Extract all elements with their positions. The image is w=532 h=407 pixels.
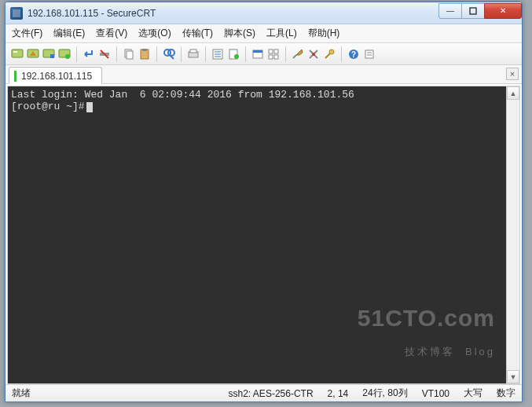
menu-script[interactable]: 脚本(S) <box>224 27 255 40</box>
svg-rect-27 <box>269 50 273 53</box>
tool-log-icon[interactable] <box>226 47 240 61</box>
scroll-down-button[interactable]: ▼ <box>507 370 519 383</box>
session-tab[interactable]: 192.168.101.115 <box>9 67 102 84</box>
vertical-scrollbar[interactable]: ▲ ▼ <box>506 86 519 383</box>
tool-options-icon[interactable] <box>306 47 321 61</box>
close-button[interactable]: ✕ <box>484 3 522 19</box>
tool-help-icon[interactable]: ? <box>347 47 361 61</box>
window-controls: — ✕ <box>439 3 522 19</box>
toolbar-separator <box>76 46 77 62</box>
tab-active-indicator <box>14 71 17 82</box>
status-cursor-pos: 2, 14 <box>328 388 349 399</box>
menu-transfer[interactable]: 传输(T) <box>182 27 213 40</box>
statusbar: 就绪 ssh2: AES-256-CTR 2, 14 24行, 80列 VT10… <box>6 384 522 402</box>
toolbar-separator <box>156 46 157 62</box>
toolbar: ? <box>6 43 522 65</box>
tool-find-icon[interactable] <box>162 47 176 61</box>
scroll-up-button[interactable]: ▲ <box>507 86 519 100</box>
svg-rect-29 <box>269 55 273 59</box>
watermark: 51CTO.com 技术博客 Blog <box>358 288 495 369</box>
svg-rect-11 <box>127 51 133 59</box>
status-caps: 大写 <box>464 387 482 400</box>
terminal-prompt: [root@ru ~]# <box>11 101 85 112</box>
svg-rect-26 <box>253 50 262 53</box>
svg-rect-28 <box>274 50 278 53</box>
tool-quick-connect-icon[interactable] <box>26 47 40 61</box>
tool-tile-icon[interactable] <box>266 47 281 61</box>
status-ready: 就绪 <box>12 387 31 400</box>
tool-connect-in-tab-icon[interactable] <box>42 47 56 61</box>
menu-tools[interactable]: 工具(L) <box>266 27 297 40</box>
close-icon: ✕ <box>500 6 506 15</box>
tab-close-button[interactable]: × <box>506 68 519 80</box>
tool-settings-icon[interactable] <box>291 47 305 61</box>
svg-line-31 <box>293 55 296 58</box>
watermark-big: 51CTO.com <box>358 312 495 324</box>
svg-rect-2 <box>13 51 17 53</box>
maximize-icon <box>469 7 477 15</box>
svg-point-7 <box>65 54 70 59</box>
tool-session-mgr-icon[interactable] <box>10 47 24 61</box>
svg-line-36 <box>325 53 330 58</box>
maximize-button[interactable] <box>461 3 485 19</box>
tool-print-icon[interactable] <box>186 47 200 61</box>
tool-about-icon[interactable] <box>362 47 376 61</box>
tool-disconnect-icon[interactable] <box>97 47 112 61</box>
svg-rect-39 <box>365 50 373 58</box>
app-icon <box>10 7 23 20</box>
status-emulation: VT100 <box>422 388 449 399</box>
toolbar-separator <box>205 46 206 62</box>
tool-new-window-icon[interactable] <box>251 47 265 61</box>
svg-rect-13 <box>142 49 147 51</box>
tool-reconnect-icon[interactable] <box>57 47 72 61</box>
svg-rect-1 <box>12 50 23 57</box>
tab-label: 192.168.101.115 <box>21 71 92 82</box>
menu-edit[interactable]: 编辑(E) <box>53 27 85 40</box>
menu-help[interactable]: 帮助(H) <box>308 27 340 40</box>
tab-close-icon: × <box>510 69 515 79</box>
svg-rect-5 <box>50 54 54 58</box>
svg-rect-0 <box>470 8 476 14</box>
scroll-track[interactable] <box>507 100 519 370</box>
svg-point-24 <box>234 54 239 59</box>
svg-point-34 <box>312 53 315 56</box>
minimize-icon: — <box>446 6 454 15</box>
status-cipher: ssh2: AES-256-CTR <box>229 388 314 399</box>
menu-options[interactable]: 选项(O) <box>138 27 171 40</box>
toolbar-separator <box>245 46 246 62</box>
status-num: 数字 <box>497 387 515 400</box>
terminal-line: Last login: Wed Jan 6 02:09:44 2016 from… <box>11 89 354 101</box>
chevron-up-icon: ▲ <box>510 90 517 97</box>
toolbar-separator <box>285 46 286 62</box>
titlebar[interactable]: 192.168.101.115 - SecureCRT — ✕ <box>6 2 522 24</box>
menubar: 文件(F) 编辑(E) 查看(V) 选项(O) 传输(T) 脚本(S) 工具(L… <box>6 24 522 43</box>
terminal-container: Last login: Wed Jan 6 02:09:44 2016 from… <box>7 86 520 384</box>
tool-copy-icon[interactable] <box>122 47 136 61</box>
app-window: 192.168.101.115 - SecureCRT — ✕ 文件(F) 编辑… <box>5 2 523 402</box>
tool-key-icon[interactable] <box>322 47 336 61</box>
menu-file[interactable]: 文件(F) <box>12 27 42 40</box>
toolbar-separator <box>341 46 342 62</box>
status-dimensions: 24行, 80列 <box>362 387 407 400</box>
svg-rect-30 <box>274 55 278 59</box>
window-title: 192.168.101.115 - SecureCRT <box>28 8 439 19</box>
svg-text:?: ? <box>351 50 356 59</box>
cursor-icon <box>86 102 93 112</box>
toolbar-separator <box>181 46 182 62</box>
terminal[interactable]: Last login: Wed Jan 6 02:09:44 2016 from… <box>8 86 506 383</box>
svg-rect-18 <box>190 50 196 53</box>
watermark-small: 技术博客 Blog <box>358 346 495 358</box>
tabstrip: 192.168.101.115 × <box>6 65 522 84</box>
minimize-button[interactable]: — <box>438 3 462 19</box>
toolbar-separator <box>116 46 117 62</box>
menu-view[interactable]: 查看(V) <box>96 27 127 40</box>
tool-paste-icon[interactable] <box>138 47 152 61</box>
tool-properties-icon[interactable] <box>211 47 225 61</box>
tool-enter-key-icon[interactable] <box>82 47 96 61</box>
chevron-down-icon: ▼ <box>510 373 517 381</box>
